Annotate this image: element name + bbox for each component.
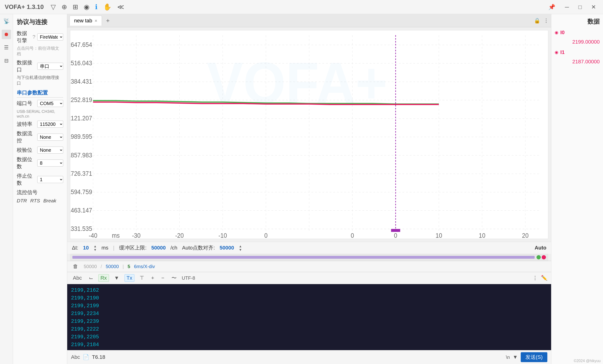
minus-button[interactable]: − bbox=[159, 275, 166, 282]
toolbar-icon-double-arrow[interactable]: ≪ bbox=[117, 3, 124, 11]
serial-line-1: 2199,2162 bbox=[71, 287, 547, 294]
tab-action-icons: 🔒 ⋮ bbox=[534, 18, 549, 24]
clear-icon[interactable]: ✏️ bbox=[541, 275, 547, 281]
stop-bits-row: 停止位数 1 1.5 2 bbox=[17, 172, 63, 187]
dtr-button[interactable]: DTR bbox=[17, 198, 27, 204]
nav-record[interactable]: ⏺ bbox=[2, 30, 11, 39]
plus-button[interactable]: + bbox=[149, 275, 156, 282]
toolbar-icon-hand[interactable]: ✋ bbox=[103, 3, 112, 11]
minimize-button[interactable]: ─ bbox=[562, 3, 571, 11]
break-button[interactable]: Break bbox=[43, 198, 56, 204]
svg-text:0: 0 bbox=[264, 232, 268, 239]
file-icon[interactable]: 📄 bbox=[83, 354, 89, 360]
svg-text:10: 10 bbox=[479, 232, 485, 239]
nav-layers[interactable]: ⊟ bbox=[2, 56, 11, 66]
delta-t-label: Δt: bbox=[72, 245, 78, 251]
channel-i0-icon: ◉ bbox=[555, 30, 558, 35]
svg-text:2516.043: 2516.043 bbox=[70, 60, 92, 66]
newline-dropdown[interactable]: ▼ bbox=[513, 354, 518, 360]
more-options-icon[interactable]: ⋮ bbox=[544, 18, 549, 24]
wave-icon[interactable]: 〜 bbox=[170, 274, 178, 282]
serial-config-heading: 串口参数配置 bbox=[17, 89, 63, 98]
svg-text:1331.535: 1331.535 bbox=[70, 225, 92, 232]
svg-rect-47 bbox=[391, 229, 400, 232]
nav-menu[interactable]: ☰ bbox=[2, 43, 11, 52]
delta-t-spinner[interactable]: ▲ ▼ bbox=[93, 244, 97, 251]
help-icon[interactable]: ? bbox=[33, 34, 35, 40]
svg-text:ms: ms bbox=[112, 232, 120, 239]
delete-icon[interactable]: 🗑 bbox=[71, 263, 80, 270]
channel-i1-value: 2187.00000 bbox=[555, 59, 600, 65]
serial-line-5: 2199,2239 bbox=[71, 318, 547, 325]
abc-button[interactable]: Abc bbox=[71, 275, 84, 282]
align-icon[interactable]: ⊤ bbox=[138, 275, 146, 282]
more-icon[interactable]: ⋮ bbox=[533, 275, 538, 281]
per-ch-label: /ch bbox=[171, 245, 177, 251]
channel-i1-icon: ◉ bbox=[555, 50, 558, 55]
channel1-dot bbox=[542, 255, 546, 259]
tab-new[interactable]: new tab × bbox=[70, 16, 102, 26]
main-layout: 📡 ⏺ ☰ ⊟ 协议与连接 数据引擎 ? FireWater JustFloat… bbox=[0, 14, 603, 364]
ms-label: ms bbox=[101, 245, 108, 251]
tab-add-button[interactable]: + bbox=[104, 16, 112, 25]
svg-text:1726.371: 1726.371 bbox=[70, 170, 92, 177]
toolbar-icon-camera[interactable]: ◉ bbox=[84, 3, 89, 11]
data-engine-select[interactable]: FireWater JustFloat RawData bbox=[37, 33, 63, 41]
data-bits-label: 数据位数 bbox=[17, 156, 36, 170]
tx-button[interactable]: Tx bbox=[125, 274, 134, 282]
svg-text:-30: -30 bbox=[132, 232, 140, 239]
nav-wifi[interactable]: 📡 bbox=[2, 16, 11, 26]
port-row: 端口号 COM5 COM3 COM1 bbox=[17, 100, 63, 107]
baud-label: 波特率 bbox=[17, 121, 36, 128]
delta-t-value: 10 bbox=[83, 245, 89, 251]
port-label: 端口号 bbox=[17, 100, 36, 107]
data-interface-label: 数据接口 bbox=[17, 59, 35, 73]
serial-line-2: 2199,2190 bbox=[71, 294, 547, 302]
data-bits-select[interactable]: 8 7 6 bbox=[37, 159, 63, 166]
svg-text:20: 20 bbox=[522, 232, 529, 239]
tab-bar: new tab × + 🔒 ⋮ bbox=[67, 14, 551, 27]
newline-selector[interactable]: \n bbox=[506, 354, 510, 360]
svg-text:10: 10 bbox=[436, 232, 442, 239]
rx-dropdown-icon[interactable]: ▼ bbox=[112, 275, 121, 282]
count2: 50000 bbox=[106, 264, 119, 269]
encoding-label: UTF-8 bbox=[182, 276, 195, 281]
data-interface-select[interactable]: 串口 TCP UDP bbox=[37, 63, 63, 70]
serial-line-6: 2199,2222 bbox=[71, 325, 547, 333]
signal-row: DTR RTS Break bbox=[17, 198, 63, 204]
send-button[interactable]: 发送(S) bbox=[521, 352, 547, 362]
pin-button[interactable]: 📌 bbox=[546, 3, 558, 11]
window-controls: 📌 ─ □ ✕ bbox=[546, 3, 598, 11]
close-button[interactable]: ✕ bbox=[589, 3, 598, 11]
svg-text:1989.595: 1989.595 bbox=[70, 133, 92, 140]
rts-button[interactable]: RTS bbox=[30, 198, 40, 204]
toolbar-icon-info[interactable]: ℹ bbox=[95, 3, 98, 11]
port-hint: USB-SERIAL CH340, wch.cn bbox=[17, 109, 63, 119]
data-bits-row: 数据位数 8 7 6 bbox=[17, 156, 63, 170]
toolbar-icon-triangle[interactable]: ▽ bbox=[51, 3, 56, 11]
parity-select[interactable]: None Even Odd bbox=[37, 146, 63, 154]
auto-button[interactable]: Auto bbox=[535, 245, 546, 251]
lock-icon[interactable]: 🔒 bbox=[534, 18, 540, 24]
chart-svg: 2647.654 2516.043 2384.431 2252.819 2121… bbox=[70, 30, 548, 239]
maximize-button[interactable]: □ bbox=[576, 3, 584, 11]
toolbar-icon-grid[interactable]: ⊞ bbox=[73, 3, 78, 11]
flow-select[interactable]: None XON/XOFF RTS/CTS bbox=[37, 133, 63, 141]
count1: 50000 bbox=[84, 264, 97, 269]
svg-text:-20: -20 bbox=[175, 232, 184, 239]
svg-text:-40: -40 bbox=[89, 232, 97, 239]
baud-select[interactable]: 115200 9600 57600 bbox=[37, 121, 63, 128]
stop-bits-select[interactable]: 1 1.5 2 bbox=[37, 176, 63, 183]
command-input[interactable] bbox=[92, 354, 503, 360]
rx-button[interactable]: Rx bbox=[98, 274, 109, 282]
port-select[interactable]: COM5 COM3 COM1 bbox=[37, 100, 63, 107]
parity-row: 校验位 None Even Odd bbox=[17, 146, 63, 154]
serial-line-4: 2199,2234 bbox=[71, 310, 547, 318]
format-icon[interactable]: ⌙ bbox=[87, 275, 95, 282]
tab-close-icon[interactable]: × bbox=[94, 18, 97, 23]
flow-row: 数据流控 None XON/XOFF RTS/CTS bbox=[17, 130, 63, 144]
auto-align-spinner[interactable]: ▲ ▼ bbox=[239, 244, 242, 251]
toolbar-icon-link[interactable]: ⊕ bbox=[62, 3, 67, 11]
serial-data: 2199,2162 2199,2190 2199,2199 2199,2234 … bbox=[67, 284, 551, 350]
svg-text:0: 0 bbox=[351, 232, 354, 239]
